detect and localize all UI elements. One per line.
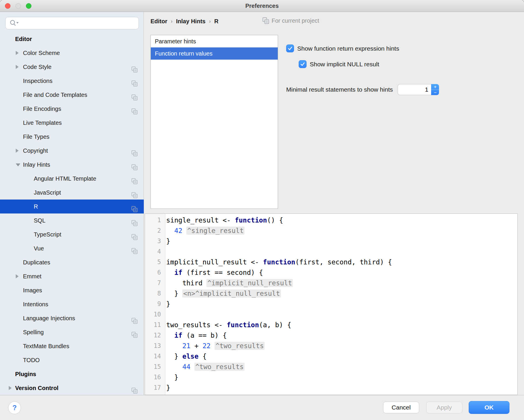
code-text: } (166, 237, 170, 245)
copy-page-icon (131, 108, 138, 115)
code-text: two_results <- function(a, b) { (166, 321, 291, 329)
ok-button[interactable]: OK (469, 401, 509, 414)
chevron-right-icon[interactable] (16, 51, 19, 55)
breadcrumb-part-inlay-hints[interactable]: Inlay Hints (176, 18, 206, 25)
inlay-hint-chip: ^implicit_null_result (206, 279, 293, 287)
sidebar-item-todo[interactable]: TODO (0, 353, 144, 367)
line-number: 17 (145, 384, 166, 391)
minimal-statements-label: Minimal result statements to show hints (286, 86, 393, 93)
line-number: 2 (145, 227, 166, 234)
spinner-increment-button[interactable]: + (431, 84, 439, 90)
editor-code-lines: 1single_result <- function() {2 42 ^sing… (145, 215, 517, 393)
sidebar-item-label: Language Injections (23, 311, 75, 325)
code-text: if (first == second) { (166, 269, 263, 276)
code-line: 17} (145, 382, 517, 393)
code-text: 44 ^two_results (166, 363, 245, 371)
code-text: implicit_null_result <- function(first, … (166, 258, 392, 266)
checkmark-icon (300, 61, 305, 67)
sidebar-item-javascript[interactable]: JavaScript (0, 186, 144, 200)
window-title: Preferences (0, 0, 524, 12)
code-preview-editor[interactable]: 1single_result <- function() {2 42 ^sing… (145, 213, 518, 395)
sidebar-item-file-and-code-templates[interactable]: File and Code Templates (0, 88, 144, 102)
sidebar-item-emmet[interactable]: Emmet (0, 269, 144, 283)
project-scope: For current project (262, 17, 319, 24)
sidebar-item-label: Color Scheme (23, 46, 60, 60)
breadcrumb-part-r[interactable]: R (214, 18, 218, 25)
sidebar-item-editor[interactable]: Editor (0, 32, 144, 46)
sidebar-item-inspections[interactable]: Inspections (0, 74, 144, 88)
sidebar-item-intentions[interactable]: Intentions (0, 297, 144, 311)
line-number: 12 (145, 332, 166, 339)
spinner-decrement-button[interactable]: − (431, 90, 439, 95)
sidebar-item-label: File Encodings (23, 102, 61, 116)
copy-page-icon (131, 387, 138, 394)
dialog-footer: ? Cancel Apply OK (0, 395, 524, 420)
sidebar-item-images[interactable]: Images (0, 283, 144, 297)
sidebar-item-label: Inlay Hints (23, 158, 50, 172)
checkbox-row-implicit-null[interactable]: Show implicit NULL result (299, 60, 379, 68)
inlay-hint-chip: ^two_results (215, 342, 265, 350)
sidebar-item-angular-html-template[interactable]: Angular HTML Template (0, 172, 144, 186)
sidebar-item-inlay-hints[interactable]: Inlay Hints (0, 158, 144, 172)
sidebar-item-duplicates[interactable]: Duplicates (0, 255, 144, 269)
code-line: 12 if (a == b) { (145, 330, 517, 341)
chevron-right-icon[interactable] (16, 65, 19, 69)
code-text: } (166, 384, 170, 391)
sidebar-item-label: TypeScript (34, 227, 61, 241)
code-text: single_result <- function() { (166, 216, 283, 224)
code-line: 5implicit_null_result <- function(first,… (145, 257, 517, 267)
sidebar-item-label: Vue (34, 241, 44, 255)
copy-page-icon (131, 164, 138, 170)
copy-page-icon (131, 150, 138, 156)
line-number: 10 (145, 311, 166, 318)
project-scope-label: For current project (272, 17, 319, 24)
code-line: 3} (145, 236, 517, 246)
cancel-button[interactable]: Cancel (383, 402, 419, 413)
sidebar-item-label: Code Style (23, 60, 52, 74)
code-line: 8 } <n>^implicit_null_result (145, 288, 517, 299)
sidebar-item-copyright[interactable]: Copyright (0, 144, 144, 158)
hint-option-function-return-values[interactable]: Function return values (151, 47, 278, 60)
sidebar-item-textmate-bundles[interactable]: TextMate Bundles (0, 339, 144, 353)
sidebar-item-file-types[interactable]: File Types (0, 130, 144, 144)
hint-option-parameter-hints[interactable]: Parameter hints (151, 35, 278, 47)
checkbox-implicit-null[interactable] (299, 60, 307, 68)
sidebar-item-file-encodings[interactable]: File Encodings (0, 102, 144, 116)
sidebar-item-r[interactable]: R (0, 200, 144, 213)
sidebar-item-label: Duplicates (23, 255, 50, 269)
sidebar-item-spelling[interactable]: Spelling (0, 325, 144, 339)
sidebar-item-language-injections[interactable]: Language Injections (0, 311, 144, 325)
copy-page-icon (131, 220, 138, 226)
sidebar-item-sql[interactable]: SQL (0, 213, 144, 227)
line-number: 4 (145, 248, 166, 255)
breadcrumb-part-editor[interactable]: Editor (151, 18, 167, 25)
sidebar-item-version-control[interactable]: Version Control (0, 381, 144, 395)
sidebar-item-vue[interactable]: Vue (0, 241, 144, 255)
code-text: third ^implicit_null_result (166, 279, 293, 287)
code-text: } else { (166, 353, 206, 360)
apply-button[interactable]: Apply (426, 402, 462, 413)
sidebar-item-label: File and Code Templates (23, 88, 87, 102)
sidebar-item-color-scheme[interactable]: Color Scheme (0, 46, 144, 60)
chevron-right-icon[interactable] (16, 274, 19, 278)
chevron-right-icon[interactable] (16, 149, 19, 153)
sidebar-item-code-style[interactable]: Code Style (0, 60, 144, 74)
minimal-statements-input[interactable] (398, 84, 431, 95)
copy-page-icon (131, 332, 138, 338)
settings-content: Editor›Inlay Hints›R For current project… (144, 12, 524, 395)
line-number: 13 (145, 342, 166, 349)
checkbox-return-hints[interactable] (286, 45, 294, 52)
minimal-statements-spinner: + − (398, 84, 439, 95)
sidebar-item-plugins[interactable]: Plugins (0, 367, 144, 381)
sidebar-item-label: TextMate Bundles (23, 339, 69, 353)
line-number: 8 (145, 290, 166, 297)
help-button[interactable]: ? (8, 401, 21, 414)
chevron-right-icon[interactable] (9, 386, 12, 390)
sidebar-item-label: Spelling (23, 325, 44, 339)
checkbox-row-return-hints[interactable]: Show function return expression hints (286, 45, 399, 52)
sidebar-item-live-templates[interactable]: Live Templates (0, 116, 144, 130)
sidebar-item-label: Plugins (15, 367, 36, 381)
chevron-down-icon[interactable] (16, 163, 20, 166)
sidebar-item-typescript[interactable]: TypeScript (0, 227, 144, 241)
inlay-hint-chip: ^single_result (186, 227, 245, 235)
